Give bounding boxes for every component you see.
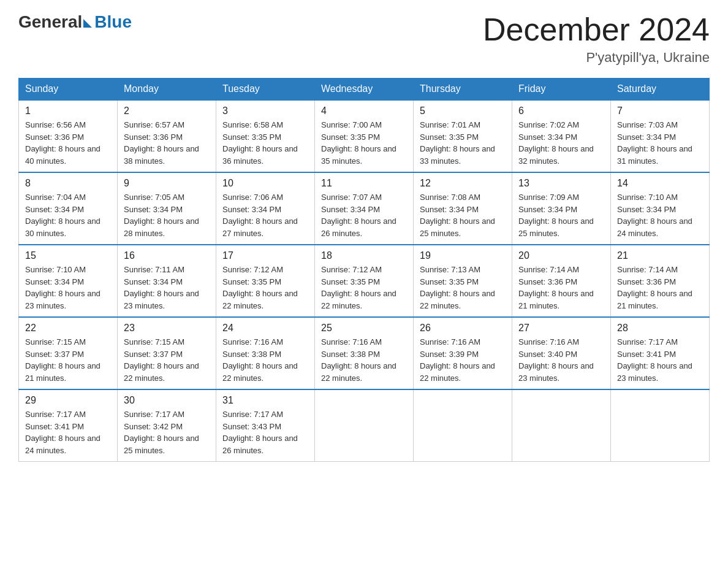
day-sunset: Sunset: 3:37 PM: [25, 350, 84, 359]
calendar-day-cell: [512, 389, 611, 462]
calendar-title: December 2024: [483, 12, 710, 47]
calendar-day-cell: 22 Sunrise: 7:15 AM Sunset: 3:37 PM Dayl…: [19, 317, 118, 389]
day-daylight: Daylight: 8 hours and 22 minutes.: [420, 289, 495, 310]
calendar-header-row: SundayMondayTuesdayWednesdayThursdayFrid…: [19, 79, 710, 101]
day-sunset: Sunset: 3:39 PM: [420, 350, 479, 359]
logo: General Blue: [18, 12, 132, 32]
day-daylight: Daylight: 8 hours and 22 minutes.: [222, 361, 298, 383]
day-sunset: Sunset: 3:36 PM: [25, 132, 84, 142]
day-sunset: Sunset: 3:36 PM: [518, 277, 577, 286]
calendar-day-cell: 26 Sunrise: 7:16 AM Sunset: 3:39 PM Dayl…: [414, 317, 512, 389]
calendar-day-cell: 12 Sunrise: 7:08 AM Sunset: 3:34 PM Dayl…: [414, 172, 512, 245]
calendar-day-cell: 17 Sunrise: 7:12 AM Sunset: 3:35 PM Dayl…: [216, 245, 315, 317]
day-daylight: Daylight: 8 hours and 28 minutes.: [124, 216, 199, 238]
calendar-day-cell: 11 Sunrise: 7:07 AM Sunset: 3:34 PM Dayl…: [315, 172, 414, 245]
day-sunrise: Sunrise: 7:10 AM: [617, 193, 678, 202]
calendar-day-header: Monday: [118, 79, 216, 101]
day-number: 25: [321, 323, 407, 334]
day-number: 6: [518, 105, 604, 117]
calendar-day-cell: 18 Sunrise: 7:12 AM Sunset: 3:35 PM Dayl…: [315, 245, 414, 317]
day-number: 27: [518, 323, 604, 334]
day-sunset: Sunset: 3:42 PM: [124, 422, 183, 431]
day-number: 18: [321, 250, 407, 261]
day-sunrise: Sunrise: 7:08 AM: [420, 193, 480, 202]
calendar-day-cell: 9 Sunrise: 7:05 AM Sunset: 3:34 PM Dayli…: [118, 172, 216, 245]
day-number: 30: [124, 395, 210, 406]
day-sunset: Sunset: 3:40 PM: [518, 350, 577, 359]
day-sunrise: Sunrise: 7:02 AM: [518, 120, 579, 129]
calendar-day-cell: 30 Sunrise: 7:17 AM Sunset: 3:42 PM Dayl…: [118, 389, 216, 462]
day-sunrise: Sunrise: 7:17 AM: [222, 410, 283, 419]
calendar-day-header: Tuesday: [216, 79, 315, 101]
day-number: 26: [420, 323, 506, 334]
day-sunset: Sunset: 3:35 PM: [222, 277, 281, 286]
day-sunrise: Sunrise: 6:58 AM: [222, 120, 283, 129]
calendar-day-cell: 23 Sunrise: 7:15 AM Sunset: 3:37 PM Dayl…: [118, 317, 216, 389]
calendar-day-cell: 15 Sunrise: 7:10 AM Sunset: 3:34 PM Dayl…: [19, 245, 118, 317]
logo-general-text: General: [18, 12, 82, 32]
day-sunrise: Sunrise: 7:03 AM: [617, 120, 678, 129]
calendar-day-cell: 14 Sunrise: 7:10 AM Sunset: 3:34 PM Dayl…: [611, 172, 710, 245]
day-number: 4: [321, 105, 407, 117]
calendar-week-row: 8 Sunrise: 7:04 AM Sunset: 3:34 PM Dayli…: [19, 172, 710, 245]
day-number: 1: [25, 105, 111, 117]
day-sunrise: Sunrise: 7:14 AM: [617, 265, 678, 274]
calendar-day-cell: 1 Sunrise: 6:56 AM Sunset: 3:36 PM Dayli…: [19, 100, 118, 172]
day-number: 15: [25, 250, 111, 261]
calendar-week-row: 22 Sunrise: 7:15 AM Sunset: 3:37 PM Dayl…: [19, 317, 710, 389]
day-number: 21: [617, 250, 703, 261]
day-sunrise: Sunrise: 7:16 AM: [222, 337, 283, 347]
day-number: 2: [124, 105, 210, 117]
day-sunset: Sunset: 3:38 PM: [222, 350, 281, 359]
day-sunset: Sunset: 3:41 PM: [25, 422, 84, 431]
day-number: 10: [222, 178, 308, 189]
day-sunrise: Sunrise: 7:11 AM: [124, 265, 184, 274]
day-sunset: Sunset: 3:35 PM: [420, 132, 479, 142]
calendar-day-cell: 28 Sunrise: 7:17 AM Sunset: 3:41 PM Dayl…: [611, 317, 710, 389]
day-daylight: Daylight: 8 hours and 30 minutes.: [25, 216, 100, 238]
calendar-day-cell: [611, 389, 710, 462]
calendar-day-cell: 4 Sunrise: 7:00 AM Sunset: 3:35 PM Dayli…: [315, 100, 414, 172]
calendar-day-cell: 3 Sunrise: 6:58 AM Sunset: 3:35 PM Dayli…: [216, 100, 315, 172]
day-sunrise: Sunrise: 7:15 AM: [25, 337, 86, 347]
day-daylight: Daylight: 8 hours and 22 minutes.: [321, 361, 396, 383]
calendar-week-row: 1 Sunrise: 6:56 AM Sunset: 3:36 PM Dayli…: [19, 100, 710, 172]
day-sunset: Sunset: 3:34 PM: [420, 205, 479, 214]
calendar-day-cell: 20 Sunrise: 7:14 AM Sunset: 3:36 PM Dayl…: [512, 245, 611, 317]
day-daylight: Daylight: 8 hours and 23 minutes.: [617, 361, 692, 383]
day-sunrise: Sunrise: 7:13 AM: [420, 265, 480, 274]
day-daylight: Daylight: 8 hours and 35 minutes.: [321, 144, 396, 166]
day-sunset: Sunset: 3:34 PM: [518, 205, 577, 214]
calendar-day-cell: 29 Sunrise: 7:17 AM Sunset: 3:41 PM Dayl…: [19, 389, 118, 462]
day-daylight: Daylight: 8 hours and 31 minutes.: [617, 144, 692, 166]
day-number: 11: [321, 178, 407, 189]
day-daylight: Daylight: 8 hours and 22 minutes.: [420, 361, 495, 383]
calendar-day-cell: 16 Sunrise: 7:11 AM Sunset: 3:34 PM Dayl…: [118, 245, 216, 317]
day-sunrise: Sunrise: 7:17 AM: [124, 410, 184, 419]
day-daylight: Daylight: 8 hours and 26 minutes.: [321, 216, 396, 238]
day-sunrise: Sunrise: 7:14 AM: [518, 265, 579, 274]
day-sunrise: Sunrise: 7:01 AM: [420, 120, 480, 129]
day-daylight: Daylight: 8 hours and 38 minutes.: [124, 144, 199, 166]
day-sunset: Sunset: 3:35 PM: [321, 277, 380, 286]
calendar-week-row: 15 Sunrise: 7:10 AM Sunset: 3:34 PM Dayl…: [19, 245, 710, 317]
day-sunrise: Sunrise: 7:05 AM: [124, 193, 184, 202]
day-number: 19: [420, 250, 506, 261]
day-daylight: Daylight: 8 hours and 24 minutes.: [25, 434, 100, 455]
day-sunrise: Sunrise: 7:06 AM: [222, 193, 283, 202]
calendar-subtitle: P'yatypill'ya, Ukraine: [483, 50, 710, 66]
day-number: 28: [617, 323, 703, 334]
page-header: General Blue December 2024 P'yatypill'ya…: [18, 12, 710, 66]
day-daylight: Daylight: 8 hours and 36 minutes.: [222, 144, 298, 166]
day-number: 8: [25, 178, 111, 189]
calendar-day-cell: 27 Sunrise: 7:16 AM Sunset: 3:40 PM Dayl…: [512, 317, 611, 389]
day-sunrise: Sunrise: 6:57 AM: [124, 120, 184, 129]
day-number: 14: [617, 178, 703, 189]
day-daylight: Daylight: 8 hours and 23 minutes.: [518, 361, 594, 383]
calendar-day-cell: 2 Sunrise: 6:57 AM Sunset: 3:36 PM Dayli…: [118, 100, 216, 172]
calendar-day-cell: 19 Sunrise: 7:13 AM Sunset: 3:35 PM Dayl…: [414, 245, 512, 317]
day-sunset: Sunset: 3:37 PM: [124, 350, 183, 359]
day-number: 13: [518, 178, 604, 189]
day-sunrise: Sunrise: 7:12 AM: [321, 265, 382, 274]
day-sunset: Sunset: 3:35 PM: [222, 132, 281, 142]
